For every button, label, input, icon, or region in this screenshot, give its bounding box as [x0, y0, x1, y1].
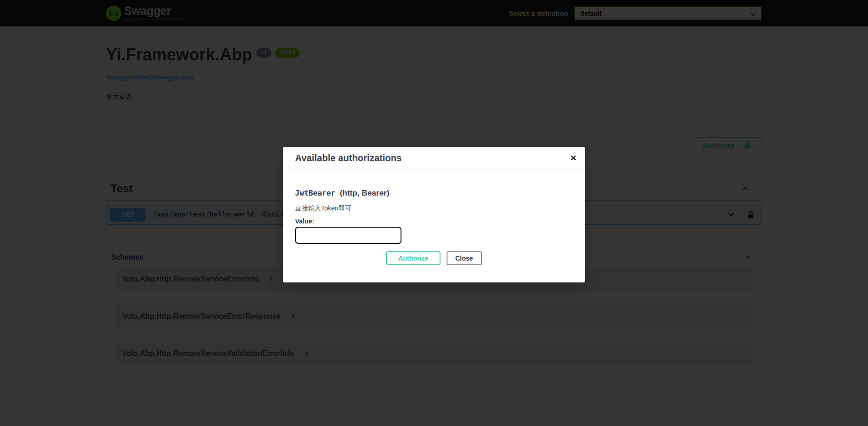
value-label: Value: — [295, 217, 573, 225]
auth-scheme-type: (http, Bearer) — [340, 189, 389, 197]
modal-content: JwtBearer (http, Bearer) 直接输入Token即可 Val… — [283, 189, 585, 282]
auth-scheme-name: JwtBearer — [295, 189, 335, 197]
token-value-input[interactable] — [295, 227, 401, 244]
authorizations-modal: Available authorizations ✕ JwtBearer (ht… — [283, 147, 585, 282]
modal-title: Available authorizations — [295, 153, 568, 164]
modal-authorize-button[interactable]: Authorize — [386, 251, 441, 265]
modal-button-row: Authorize Close — [295, 251, 573, 265]
close-icon[interactable]: ✕ — [568, 152, 579, 164]
modal-close-button[interactable]: Close — [447, 251, 482, 265]
swagger-ui-page: {…} Swagger Supported by SMARTBEAR Selec… — [0, 0, 868, 426]
auth-scheme-description: 直接输入Token即可 — [295, 204, 573, 213]
modal-header: Available authorizations ✕ — [283, 147, 585, 170]
auth-scheme-heading: JwtBearer (http, Bearer) — [295, 189, 573, 198]
